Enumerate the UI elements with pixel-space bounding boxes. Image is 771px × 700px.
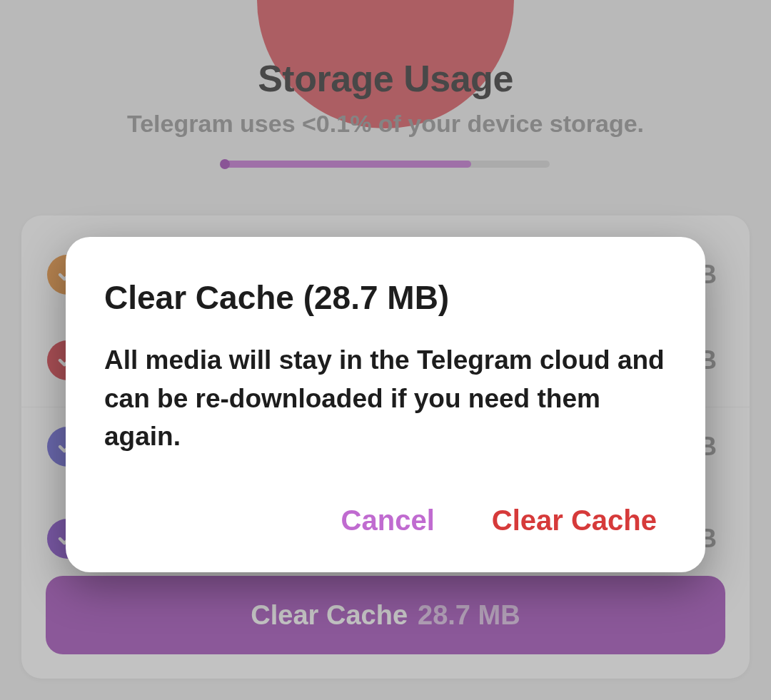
clear-cache-dialog: Clear Cache (28.7 MB) All media will sta… [66, 237, 705, 572]
dialog-title: Clear Cache (28.7 MB) [104, 278, 667, 317]
cancel-button[interactable]: Cancel [338, 500, 438, 541]
dialog-body: All media will stay in the Telegram clou… [104, 341, 667, 456]
dialog-actions: Cancel Clear Cache [104, 500, 667, 541]
clear-cache-confirm-button[interactable]: Clear Cache [489, 500, 660, 541]
